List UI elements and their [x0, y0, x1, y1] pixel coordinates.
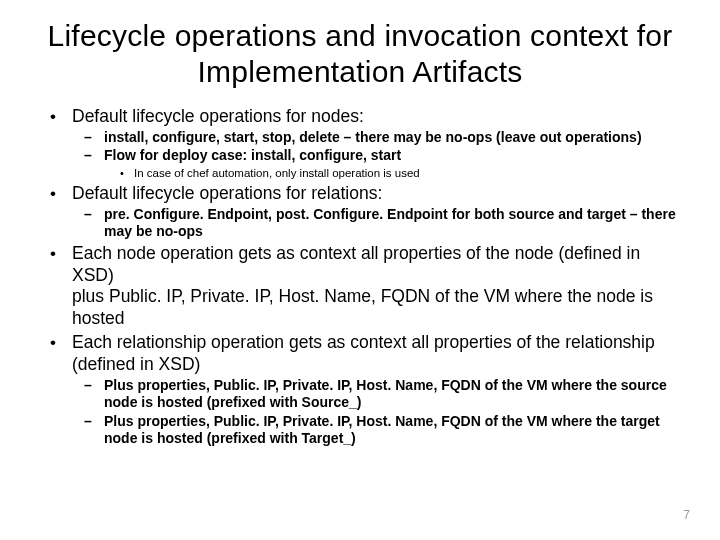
sub-item: Plus properties, Public. IP, Private. IP… — [72, 377, 680, 412]
sub-text: Plus properties, Public. IP, Private. IP… — [104, 413, 660, 447]
slide-title: Lifecycle operations and invocation cont… — [40, 18, 680, 90]
sub-item: Flow for deploy case: install, configure… — [72, 147, 680, 180]
sub-text: install, configure, start, stop, delete … — [104, 129, 642, 145]
bullet-text: Each node operation gets as context all … — [72, 243, 653, 329]
bullet-item: Each node operation gets as context all … — [40, 243, 680, 331]
sub-text: pre. Configure. Endpoint, post. Configur… — [104, 206, 676, 240]
bullet-text: Default lifecycle operations for relatio… — [72, 183, 382, 203]
sub-item: pre. Configure. Endpoint, post. Configur… — [72, 206, 680, 241]
bullet-text: Each relationship operation gets as cont… — [72, 332, 655, 374]
page-number: 7 — [683, 508, 690, 522]
bullet-item: Each relationship operation gets as cont… — [40, 332, 680, 448]
bullet-item: Default lifecycle operations for relatio… — [40, 183, 680, 241]
sub2-item: In case of chef automation, only install… — [104, 166, 680, 181]
sub2-list: In case of chef automation, only install… — [104, 166, 680, 181]
sub-item: install, configure, start, stop, delete … — [72, 129, 680, 147]
sub-list: Plus properties, Public. IP, Private. IP… — [72, 377, 680, 448]
sub-text: Plus properties, Public. IP, Private. IP… — [104, 377, 667, 411]
sub2-text: In case of chef automation, only install… — [134, 167, 420, 179]
bullet-text: Default lifecycle operations for nodes: — [72, 106, 364, 126]
sub-text: Flow for deploy case: install, configure… — [104, 147, 401, 163]
sub-list: pre. Configure. Endpoint, post. Configur… — [72, 206, 680, 241]
sub-item: Plus properties, Public. IP, Private. IP… — [72, 413, 680, 448]
bullet-item: Default lifecycle operations for nodes: … — [40, 106, 680, 181]
sub-list: install, configure, start, stop, delete … — [72, 129, 680, 181]
bullet-list: Default lifecycle operations for nodes: … — [40, 106, 680, 448]
